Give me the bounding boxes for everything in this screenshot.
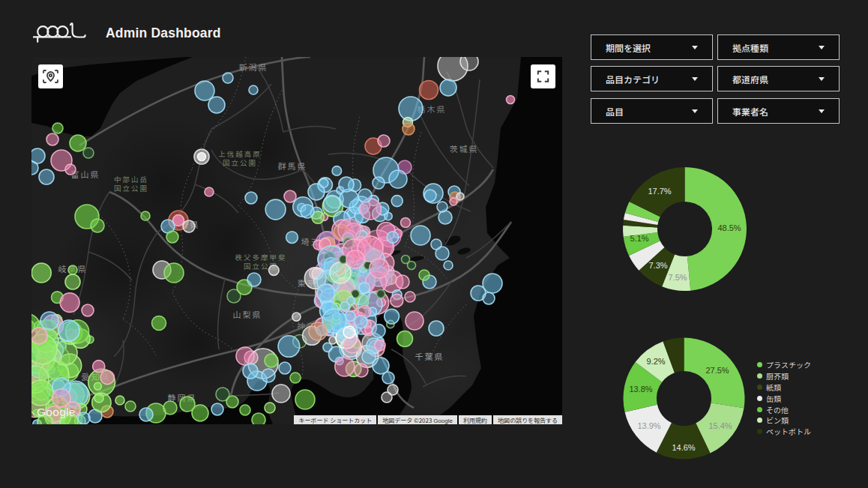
svg-text:14.6%: 14.6% [672,443,695,452]
svg-text:新潟県: 新潟県 [239,61,268,73]
svg-text:17.7%: 17.7% [648,187,671,196]
svg-text:国立公園: 国立公園 [223,157,257,168]
svg-text:9.2%: 9.2% [646,357,665,366]
svg-text:茨城県: 茨城県 [450,142,479,154]
svg-text:5.1%: 5.1% [630,234,648,243]
svg-text:千葉県: 千葉県 [415,350,444,362]
svg-text:13.9%: 13.9% [637,421,660,430]
svg-text:27.5%: 27.5% [705,366,729,375]
svg-text:13.8%: 13.8% [629,385,652,394]
svg-text:7.3%: 7.3% [648,261,667,270]
svg-text:国立公園: 国立公園 [114,183,148,193]
svg-text:7.5%: 7.5% [668,273,687,282]
svg-text:48.5%: 48.5% [717,223,741,232]
svg-text:15.4%: 15.4% [708,421,732,430]
svg-text:山梨県: 山梨県 [233,308,262,320]
svg-text:群馬県: 群馬県 [278,160,307,172]
